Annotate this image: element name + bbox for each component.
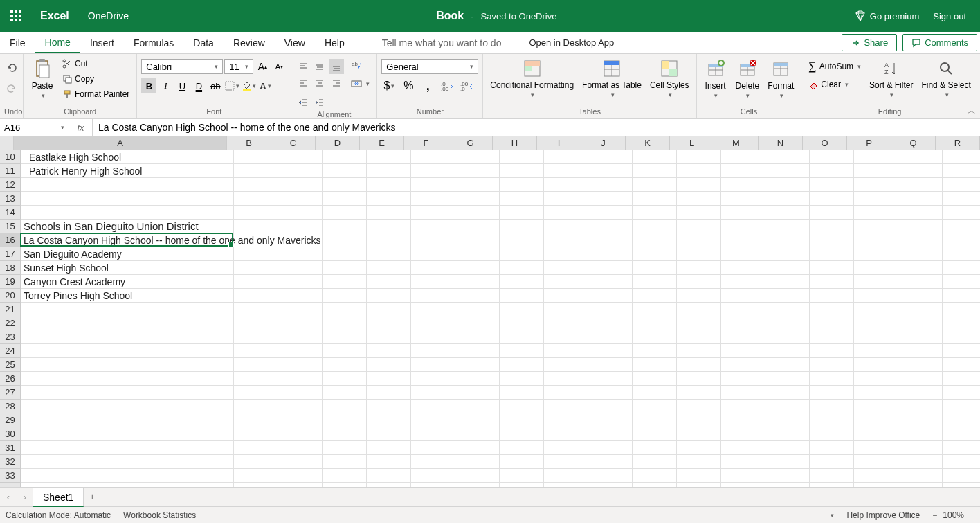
- formula-input[interactable]: La Costa Canyon High School -- home of t…: [93, 119, 980, 136]
- col-header-I[interactable]: I: [537, 136, 581, 150]
- bold-button[interactable]: B: [141, 78, 156, 93]
- row-header-16[interactable]: 16: [0, 233, 20, 247]
- increase-font-button[interactable]: A▴: [255, 59, 270, 74]
- format-cells-button[interactable]: Format▾: [765, 56, 797, 100]
- col-header-A[interactable]: A: [14, 136, 227, 150]
- row-header-19[interactable]: 19: [0, 275, 20, 289]
- row-header-21[interactable]: 21: [0, 303, 20, 316]
- sheet-tab-1[interactable]: Sheet1: [33, 488, 84, 507]
- undo-button[interactable]: [4, 60, 19, 75]
- strikethrough-button[interactable]: ab: [208, 78, 223, 93]
- merge-center-button[interactable]: ▾: [348, 77, 372, 91]
- tab-home[interactable]: Home: [35, 32, 80, 53]
- format-painter-button[interactable]: Format Painter: [60, 88, 132, 100]
- cut-button[interactable]: Cut: [60, 57, 132, 70]
- underline-button[interactable]: U: [174, 78, 190, 93]
- align-left-button[interactable]: [296, 75, 311, 91]
- open-desktop-app[interactable]: Open in Desktop App: [515, 32, 628, 53]
- align-middle-button[interactable]: [312, 59, 327, 74]
- cell-A18[interactable]: Sunset High School: [21, 261, 111, 275]
- onedrive-link[interactable]: OneDrive: [78, 10, 138, 21]
- cells-area[interactable]: Eastlake High SchoolPatrick Henry High S…: [21, 150, 980, 487]
- col-header-E[interactable]: E: [360, 136, 404, 150]
- cell-A17[interactable]: San Dieguito Academy: [21, 247, 125, 261]
- collapse-ribbon-button[interactable]: ︿: [968, 105, 976, 117]
- row-header-23[interactable]: 23: [0, 330, 20, 344]
- comments-button[interactable]: Comments: [902, 34, 977, 51]
- sheet-nav-prev[interactable]: ‹: [0, 492, 17, 502]
- find-select-button[interactable]: Find & Select▾: [918, 56, 973, 100]
- row-header-28[interactable]: 28: [0, 400, 20, 413]
- col-header-H[interactable]: H: [493, 136, 537, 150]
- share-button[interactable]: Share: [842, 34, 897, 51]
- sign-out-button[interactable]: Sign out: [933, 11, 966, 21]
- percent-button[interactable]: %: [401, 78, 416, 93]
- wrap-text-button[interactable]: ab: [348, 59, 372, 73]
- col-header-N[interactable]: N: [759, 136, 803, 150]
- zoom-level[interactable]: 100%: [943, 510, 964, 520]
- col-header-F[interactable]: F: [404, 136, 448, 150]
- tab-formulas[interactable]: Formulas: [124, 32, 183, 53]
- document-title[interactable]: Book: [436, 10, 464, 22]
- paste-button[interactable]: Paste ▾: [28, 56, 57, 100]
- cell-A16[interactable]: La Costa Canyon High School -- home of t…: [21, 233, 324, 247]
- tab-help[interactable]: Help: [315, 32, 354, 53]
- fx-label[interactable]: fx: [69, 119, 93, 136]
- row-header-10[interactable]: 10: [0, 150, 20, 164]
- tell-me-search[interactable]: Tell me what you want to do: [368, 32, 516, 53]
- row-header-22[interactable]: 22: [0, 316, 20, 330]
- help-improve[interactable]: Help Improve Office: [846, 510, 920, 520]
- add-sheet-button[interactable]: +: [84, 492, 100, 502]
- currency-button[interactable]: $▾: [381, 78, 397, 93]
- decrease-font-button[interactable]: A▾: [271, 59, 287, 74]
- font-size-select[interactable]: 11: [224, 59, 253, 74]
- cell-A19[interactable]: Canyon Crest Academy: [21, 275, 128, 289]
- row-header-27[interactable]: 27: [0, 386, 20, 400]
- font-name-select[interactable]: Calibri: [141, 59, 223, 74]
- cell-styles-button[interactable]: Cell Styles▾: [647, 56, 692, 100]
- row-header-30[interactable]: 30: [0, 427, 20, 441]
- col-header-D[interactable]: D: [316, 136, 360, 150]
- row-header-33[interactable]: 33: [0, 469, 20, 483]
- align-bottom-button[interactable]: [329, 59, 344, 74]
- sheet-nav-next[interactable]: ›: [17, 492, 33, 502]
- zoom-in-button[interactable]: +: [970, 510, 974, 520]
- row-header-18[interactable]: 18: [0, 261, 20, 275]
- align-right-button[interactable]: [329, 75, 344, 91]
- double-underline-button[interactable]: D: [191, 78, 206, 93]
- row-header-25[interactable]: 25: [0, 358, 20, 372]
- row-header-31[interactable]: 31: [0, 441, 20, 455]
- status-menu[interactable]: ▾: [831, 512, 834, 519]
- font-color-button[interactable]: A▾: [257, 78, 273, 93]
- number-format-select[interactable]: General: [381, 59, 478, 74]
- cell-A20[interactable]: Torrey Pines High School: [21, 289, 135, 303]
- row-header-14[interactable]: 14: [0, 206, 20, 220]
- col-header-B[interactable]: B: [227, 136, 271, 150]
- cell-A10[interactable]: Eastlake High School: [26, 150, 124, 164]
- tab-view[interactable]: View: [275, 32, 315, 53]
- delete-cells-button[interactable]: Delete▾: [733, 56, 763, 100]
- col-header-Q[interactable]: Q: [891, 136, 936, 150]
- row-header-11[interactable]: 11: [0, 164, 20, 178]
- app-launcher-icon[interactable]: [0, 0, 32, 32]
- workbook-stats[interactable]: Workbook Statistics: [123, 510, 196, 520]
- redo-button[interactable]: [4, 81, 19, 96]
- row-header-26[interactable]: 26: [0, 372, 20, 386]
- row-header-12[interactable]: 12: [0, 178, 20, 192]
- align-center-button[interactable]: [312, 75, 327, 91]
- increase-decimal-button[interactable]: .0.00: [439, 78, 455, 93]
- borders-button[interactable]: ▾: [224, 78, 239, 93]
- select-all-corner[interactable]: [0, 136, 14, 150]
- format-as-table-button[interactable]: Format as Table▾: [579, 56, 644, 100]
- tab-insert[interactable]: Insert: [80, 32, 124, 53]
- col-header-M[interactable]: M: [714, 136, 759, 150]
- clear-button[interactable]: Clear▾: [806, 78, 864, 91]
- insert-cells-button[interactable]: Insert▾: [701, 56, 730, 100]
- comma-button[interactable]: ,: [420, 78, 435, 93]
- go-premium-button[interactable]: Go premium: [855, 10, 920, 21]
- tab-file[interactable]: File: [0, 32, 35, 53]
- col-header-C[interactable]: C: [271, 136, 316, 150]
- row-header-15[interactable]: 15: [0, 220, 20, 233]
- row-header-29[interactable]: 29: [0, 413, 20, 427]
- name-box[interactable]: A16▾: [0, 119, 69, 136]
